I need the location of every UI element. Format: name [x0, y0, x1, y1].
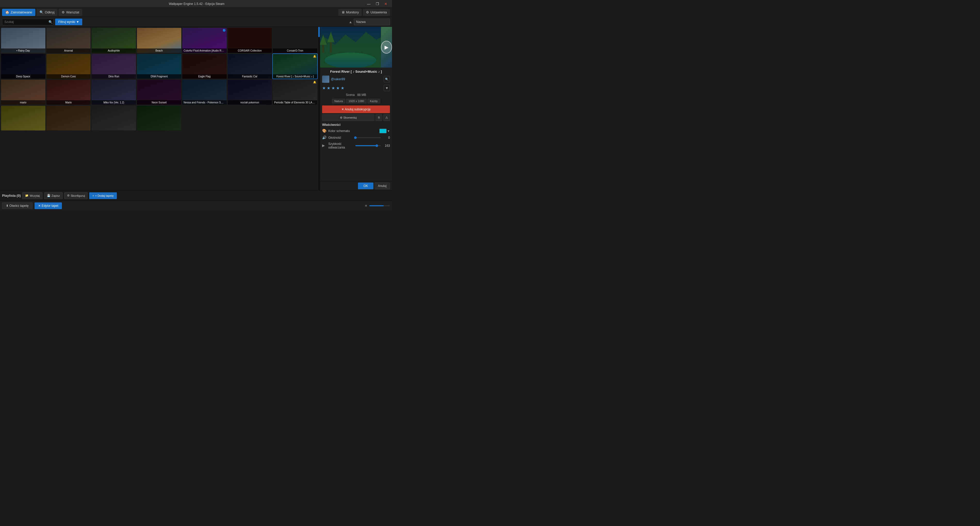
editor-button[interactable]: ✕ Edytor tapet: [35, 202, 62, 209]
brightness-slider[interactable]: [369, 205, 390, 206]
volume-thumb[interactable]: [354, 137, 357, 139]
scene-label: Scena: [346, 93, 355, 97]
wallpaper-item[interactable]: Nessa and Friends - Pokemon Sword & Shie…: [182, 79, 227, 105]
close-button[interactable]: ✕: [382, 1, 390, 6]
nav-workshop-button[interactable]: ⚙ Warsztat: [59, 9, 82, 16]
wallpaper-thumb: [137, 106, 181, 131]
color-dropdown-button[interactable]: ▼: [387, 129, 390, 132]
preview-play-button[interactable]: ▶: [381, 41, 392, 54]
speed-slider-wrap: [355, 145, 381, 146]
color-swatch[interactable]: [379, 129, 387, 133]
wallpaper-item[interactable]: Deep Space: [1, 54, 45, 79]
color-swatch-wrap: ▼: [379, 129, 390, 133]
wallpaper-item[interactable]: DNA Fragment: [137, 54, 181, 79]
search-bar: 🔍 Filtruj wyniki ▼ ▲ Nazwa: [0, 17, 392, 27]
ok-cancel-row: OK Anuluj: [320, 181, 392, 190]
preview-scene-svg: [320, 27, 381, 68]
wallpaper-label: CORSAIR Collection: [228, 48, 272, 53]
wallpaper-item[interactable]: Colorful Fluid Animation [Audio Responsi…: [182, 28, 227, 53]
wallpaper-item[interactable]: Eagle Flag: [182, 54, 227, 79]
search-submit-button[interactable]: 🔍: [48, 20, 52, 24]
search-input[interactable]: [2, 19, 54, 25]
unsubscribe-button[interactable]: ✕ Anuluj subskrypcję: [322, 105, 390, 113]
volume-slider[interactable]: [355, 137, 381, 138]
wallpaper-badge: 🔔: [313, 55, 316, 58]
wallpaper-item[interactable]: • Rainy Day: [1, 28, 45, 53]
wallpaper-item[interactable]: Mario: [46, 79, 91, 105]
add-icon: +: [92, 194, 94, 197]
svg-point-2: [325, 52, 376, 68]
load-button[interactable]: 📁 Wczytaj: [22, 192, 43, 199]
speed-icon: ▶: [322, 143, 327, 148]
wallpaper-item[interactable]: mario: [1, 79, 45, 105]
cancel-button[interactable]: Anuluj: [374, 183, 390, 189]
wallpaper-item[interactable]: [46, 106, 91, 131]
nav-discover-button[interactable]: 🔍 Odkryj: [37, 9, 58, 16]
filter-button[interactable]: Filtruj wyniki ▼: [55, 19, 82, 25]
wallpaper-grid: • Rainy DayArsenalAudiophileBeachColorfu…: [1, 28, 317, 130]
tags-row: Natura 1920 x 1080 Każdy: [322, 99, 390, 103]
wallpaper-item[interactable]: Demon Core: [46, 54, 91, 79]
brightness-icon: ☀: [364, 204, 368, 208]
wallpaper-item[interactable]: Periodic Table of Elements 30 LANGUAGES …: [273, 79, 317, 105]
add-label: + Dodaj tapetę: [95, 194, 114, 197]
add-wallpaper-button[interactable]: + + Dodaj tapetę: [89, 192, 116, 199]
configure-button[interactable]: ⚙ Skonfiguruj: [64, 192, 88, 199]
wallpaper-label: Demon Core: [46, 74, 91, 79]
nav-monitors-button[interactable]: 🖥 Monitory: [338, 9, 362, 16]
minimize-button[interactable]: —: [365, 1, 373, 6]
wallpaper-item[interactable]: Beach: [137, 28, 181, 53]
scroll-thumb: [318, 27, 320, 37]
wallpaper-grid-container[interactable]: • Rainy DayArsenalAudiophileBeachColorfu…: [0, 27, 318, 190]
open-wallpaper-button[interactable]: ⬆ Otwórz tapetę: [2, 202, 32, 209]
ok-button[interactable]: OK: [358, 183, 374, 189]
installed-icon: 🏠: [5, 10, 9, 14]
action-bar-left: ⬆ Otwórz tapetę ✕ Edytor tapet: [2, 202, 62, 209]
wallpaper-item[interactable]: [1, 106, 45, 131]
volume-value: 0: [382, 136, 390, 140]
speed-thumb[interactable]: [375, 145, 378, 147]
wallpaper-item[interactable]: Miko fox (Ver. 1.2): [92, 79, 136, 105]
wallpaper-thumb: [92, 106, 136, 131]
speed-row: ▶ Szybkość odtwarzania 163: [322, 142, 390, 149]
comment-row: ⚙ Skomentuj ⎘ ⚠: [322, 114, 390, 121]
wallpaper-item[interactable]: noctali pokemon: [228, 79, 272, 105]
sort-select[interactable]: Nazwa: [354, 19, 390, 25]
color-scheme-icon: 🎨: [322, 129, 327, 133]
star-3: ★: [331, 86, 335, 91]
wallpaper-item[interactable]: CorsairO-Tron: [273, 28, 317, 53]
alert-button[interactable]: ⚠: [383, 114, 390, 121]
wallpaper-label: Fantastic Car: [228, 74, 272, 79]
load-label: Wczytaj: [30, 194, 40, 197]
wallpaper-item[interactable]: [137, 106, 181, 131]
author-name[interactable]: @xaker89: [331, 77, 345, 81]
wallpaper-item[interactable]: Forest River [ ♪ Sound+Music ♪ ]🔔: [273, 54, 317, 79]
speed-slider[interactable]: [355, 145, 381, 146]
nav-settings-button[interactable]: ⚙ Ustawienia: [363, 9, 390, 16]
wallpaper-item[interactable]: Fantastic Car: [228, 54, 272, 79]
wallpaper-item[interactable]: CORSAIR Collection: [228, 28, 272, 53]
wallpaper-item[interactable]: [92, 106, 136, 131]
wallpaper-item[interactable]: Arsenal: [46, 28, 91, 53]
title-bar: Wallpaper Engine 1.5.42 - Edycja Steam —…: [0, 0, 392, 8]
monitors-label: Monitory: [346, 10, 359, 14]
save-button[interactable]: 💾 Zapisz: [44, 192, 63, 199]
favorite-button[interactable]: ♥: [384, 85, 390, 91]
wallpaper-label: Miko fox (Ver. 1.2): [92, 100, 136, 105]
restore-button[interactable]: ❐: [374, 1, 381, 6]
wallpaper-item[interactable]: Dino Run: [92, 54, 136, 79]
author-search-button[interactable]: 🔍: [384, 76, 390, 82]
copy-button[interactable]: ⎘: [375, 114, 382, 121]
scroll-indicator: [318, 27, 320, 190]
star-2: ★: [327, 86, 330, 91]
wallpaper-item[interactable]: Neon Sunset: [137, 79, 181, 105]
wallpaper-item[interactable]: Audiophile: [92, 28, 136, 53]
window-title: Wallpaper Engine 1.5.42 - Edycja Steam: [29, 2, 365, 6]
comment-button[interactable]: ⚙ Skomentuj: [322, 114, 374, 121]
load-icon: 📁: [25, 194, 29, 197]
nav-installed-button[interactable]: 🏠 Zainstalowane: [2, 9, 35, 16]
workshop-icon: ⚙: [62, 10, 65, 14]
gear-icon: ⚙: [366, 10, 369, 14]
wallpaper-label: DNA Fragment: [137, 74, 181, 79]
top-nav: 🏠 Zainstalowane 🔍 Odkryj ⚙ Warsztat 🖥 Mo…: [0, 8, 392, 17]
